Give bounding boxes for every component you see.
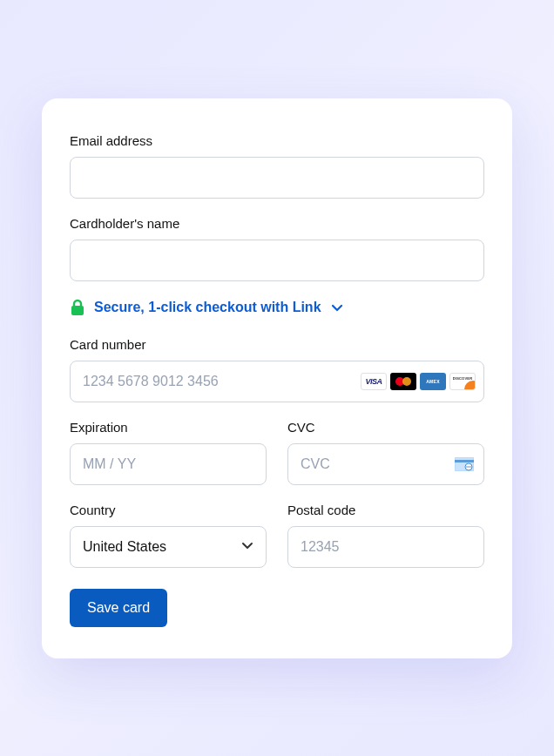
postal-label: Postal code <box>287 503 484 517</box>
svg-point-6 <box>470 466 471 468</box>
card-brand-icons: VISA AMEX DISCOVER <box>361 373 476 390</box>
cardholder-field-group: Cardholder's name <box>70 216 484 281</box>
expiration-input[interactable] <box>70 443 267 485</box>
cardholder-label: Cardholder's name <box>70 216 484 231</box>
country-select[interactable]: United States <box>70 526 267 568</box>
visa-icon: VISA <box>361 373 387 390</box>
svg-point-5 <box>468 466 470 468</box>
secure-checkout-banner[interactable]: Secure, 1-click checkout with Link <box>70 299 484 316</box>
cvc-label: CVC <box>287 420 484 435</box>
amex-icon: AMEX <box>420 373 446 390</box>
expiration-label: Expiration <box>70 420 267 435</box>
card-number-field-group: Card number VISA AMEX DISCOVER <box>70 337 484 402</box>
email-input[interactable] <box>70 157 484 199</box>
email-field-group: Email address <box>70 133 484 199</box>
postal-input[interactable] <box>287 526 484 568</box>
cvc-card-icon <box>455 457 474 471</box>
cardholder-input[interactable] <box>70 240 484 281</box>
svg-rect-0 <box>71 306 84 315</box>
email-label: Email address <box>70 133 484 148</box>
chevron-down-icon <box>330 300 344 314</box>
save-card-button[interactable]: Save card <box>70 589 167 627</box>
country-label: Country <box>70 503 267 517</box>
expiration-field-group: Expiration <box>70 420 267 485</box>
svg-rect-2 <box>455 460 474 462</box>
secure-checkout-text: Secure, 1-click checkout with Link <box>94 300 321 315</box>
payment-card-panel: Email address Cardholder's name Secure, … <box>42 98 512 658</box>
country-field-group: Country United States <box>70 503 267 568</box>
card-number-label: Card number <box>70 337 484 352</box>
discover-icon: DISCOVER <box>449 373 476 390</box>
lock-icon <box>70 299 85 316</box>
cvc-field-group: CVC <box>287 420 484 485</box>
mastercard-icon <box>390 373 416 390</box>
svg-point-4 <box>466 466 468 468</box>
postal-field-group: Postal code <box>287 503 484 568</box>
